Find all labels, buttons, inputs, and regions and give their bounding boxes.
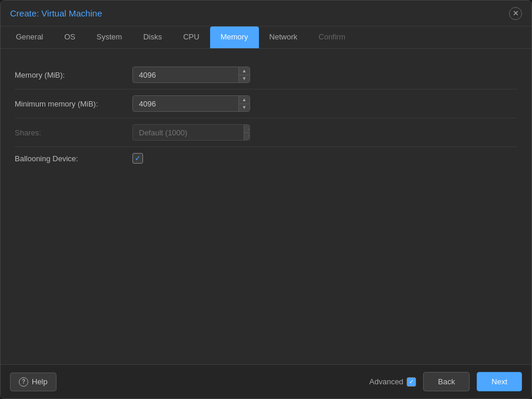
form-content: Memory (MiB): ▲ ▼ Minimum memory (MiB): <box>1 49 531 364</box>
shares-spinner: ▲ ▼ <box>132 124 250 141</box>
help-icon: ? <box>19 377 28 387</box>
memory-spinner-buttons: ▲ ▼ <box>238 67 250 82</box>
tab-confirm: Confirm <box>308 26 356 48</box>
checkmark-icon: ✓ <box>135 154 141 162</box>
tab-disks[interactable]: Disks <box>132 26 172 48</box>
memory-down-button[interactable]: ▼ <box>239 75 250 82</box>
tab-system[interactable]: System <box>86 26 132 48</box>
memory-row: Memory (MiB): ▲ ▼ <box>15 61 517 89</box>
next-button[interactable]: Next <box>477 372 522 391</box>
help-button[interactable]: ? Help <box>10 373 56 391</box>
up-arrow-icon: ▲ <box>242 98 247 102</box>
memory-label: Memory (MiB): <box>15 71 132 79</box>
shares-row: Shares: ▲ ▼ <box>15 118 517 147</box>
memory-spinner[interactable]: ▲ ▼ <box>132 66 250 83</box>
ballooning-label: Ballooning Device: <box>15 154 132 163</box>
tab-os[interactable]: OS <box>54 26 86 48</box>
shares-input <box>133 125 244 140</box>
help-label: Help <box>32 377 48 386</box>
advanced-checkbox[interactable]: ✓ <box>407 377 416 387</box>
down-arrow-icon: ▼ <box>242 77 247 81</box>
back-button[interactable]: Back <box>423 372 470 391</box>
tab-general[interactable]: General <box>5 26 54 48</box>
shares-up-button: ▲ <box>244 125 250 132</box>
title-bar: Create: Virtual Machine ✕ <box>1 1 531 26</box>
close-button[interactable]: ✕ <box>509 7 522 20</box>
up-arrow-icon: ▲ <box>242 69 247 74</box>
ballooning-checkbox-container: ✓ <box>132 153 143 164</box>
footer: ? Help Advanced ✓ Back Next <box>1 364 531 398</box>
tab-bar: General OS System Disks CPU Memory Netwo… <box>1 26 531 49</box>
shares-down-button: ▼ <box>244 132 250 140</box>
create-vm-dialog: Create: Virtual Machine ✕ General OS Sys… <box>0 0 532 399</box>
min-memory-label: Minimum memory (MiB): <box>15 99 132 108</box>
advanced-label: Advanced ✓ <box>370 377 417 387</box>
memory-input[interactable] <box>133 68 238 82</box>
advanced-text: Advanced <box>370 377 404 386</box>
up-arrow-icon: ▲ <box>247 127 250 131</box>
shares-label: Shares: <box>15 128 132 137</box>
tab-network[interactable]: Network <box>259 26 308 48</box>
adv-check-icon: ✓ <box>409 378 414 385</box>
min-memory-row: Minimum memory (MiB): ▲ ▼ <box>15 89 517 118</box>
down-arrow-icon: ▼ <box>242 105 247 110</box>
memory-up-button[interactable]: ▲ <box>239 67 250 75</box>
ballooning-row: Ballooning Device: ✓ <box>15 147 517 169</box>
min-memory-spinner-buttons: ▲ ▼ <box>238 96 250 111</box>
close-icon: ✕ <box>513 9 519 17</box>
ballooning-checkbox[interactable]: ✓ <box>132 153 143 164</box>
min-memory-spinner[interactable]: ▲ ▼ <box>132 95 250 112</box>
down-arrow-icon: ▼ <box>247 134 250 139</box>
tab-cpu[interactable]: CPU <box>172 26 210 48</box>
min-memory-down-button[interactable]: ▼ <box>239 104 250 111</box>
min-memory-up-button[interactable]: ▲ <box>239 96 250 104</box>
shares-spinner-buttons: ▲ ▼ <box>244 125 250 140</box>
tab-memory[interactable]: Memory <box>210 26 259 48</box>
dialog-title: Create: Virtual Machine <box>10 8 102 18</box>
min-memory-input[interactable] <box>133 97 238 111</box>
footer-right: Advanced ✓ Back Next <box>370 372 522 391</box>
